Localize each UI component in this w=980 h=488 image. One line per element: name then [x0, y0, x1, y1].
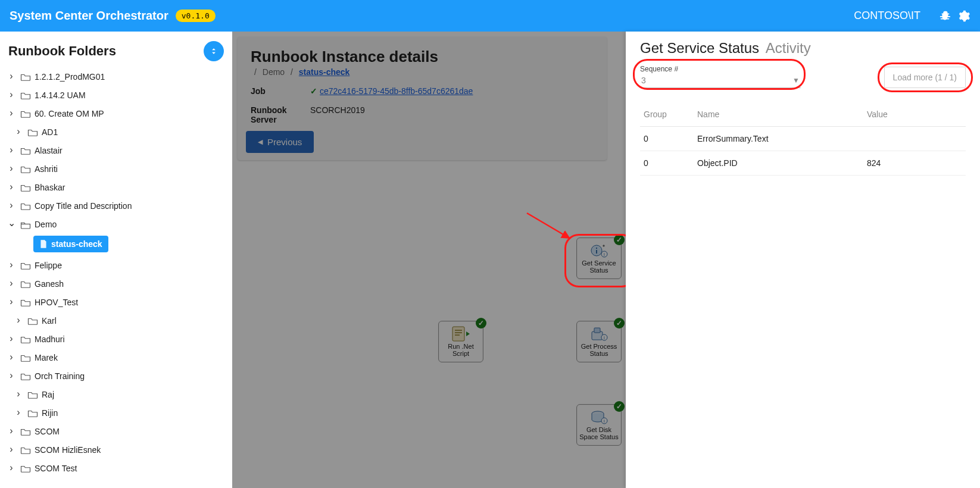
node-run-script[interactable]: Run .Net Script ✓	[438, 321, 483, 362]
node-label: Get Disk Space Status	[578, 427, 620, 440]
folder-label: Demo	[35, 218, 57, 230]
caret-icon	[7, 181, 15, 193]
folder-icon	[20, 335, 31, 343]
col-group: Group	[644, 110, 697, 119]
folder-icon	[20, 354, 31, 362]
folder-row[interactable]: Demo	[0, 215, 232, 233]
annotation-arrow	[524, 210, 578, 246]
svg-text:i: i	[604, 335, 605, 340]
main-area: Runbook Instance details / Demo / status…	[232, 32, 980, 488]
folder-icon	[20, 91, 31, 99]
folder-row[interactable]: SCOM	[0, 422, 232, 440]
node-label: Run .Net Script	[440, 343, 482, 357]
sequence-selector[interactable]: Sequence # 3 ▼	[640, 65, 801, 88]
caret-icon	[7, 107, 15, 120]
cell-group: 0	[644, 134, 697, 143]
collapse-sidebar-button[interactable]	[204, 41, 224, 61]
caret-icon	[14, 314, 23, 327]
app-title: System Center Orchestrator	[10, 9, 168, 23]
caret-icon	[7, 443, 15, 456]
folder-icon	[27, 128, 38, 136]
file-icon	[39, 239, 48, 249]
caret-icon	[14, 388, 23, 401]
node-get-service-status[interactable]: i Get Service Status ✓	[576, 237, 622, 279]
node-get-process-status[interactable]: i Get Process Status ✓	[576, 321, 622, 362]
folder-label: Felippe	[35, 259, 62, 271]
caret-icon	[14, 126, 23, 138]
table-header: Group Name Value	[640, 102, 966, 127]
folder-row[interactable]: 60. Create OM MP	[0, 104, 232, 123]
folder-label: Copy Title and Description	[35, 200, 132, 212]
folder-row[interactable]: Ganesh	[0, 274, 232, 293]
folder-row[interactable]: Raj	[0, 385, 232, 403]
folder-row[interactable]: HPOV_Test	[0, 293, 232, 311]
cell-name: ErrorSummary.Text	[697, 134, 867, 143]
folder-label: Ganesh	[35, 278, 64, 290]
caret-icon	[7, 277, 15, 290]
status-success-icon: ✓	[614, 318, 625, 329]
folder-row[interactable]: Rijin	[0, 403, 232, 422]
caret-icon	[7, 333, 15, 345]
gear-icon[interactable]	[957, 10, 970, 23]
folder-row[interactable]: Bhaskar	[0, 178, 232, 196]
process-icon: i	[589, 326, 609, 342]
cell-value	[867, 134, 962, 143]
folder-row[interactable]: Alastair	[0, 141, 232, 159]
folder-row[interactable]: Ashriti	[0, 159, 232, 178]
bug-icon[interactable]	[938, 10, 951, 23]
caret-icon	[14, 406, 23, 419]
folder-label: Karl	[42, 315, 57, 327]
folder-icon	[20, 298, 31, 306]
folder-row[interactable]: AD1	[0, 123, 232, 141]
folder-icon	[20, 464, 31, 473]
caret-icon	[7, 218, 15, 230]
chevron-down-icon: ▼	[792, 76, 800, 85]
folder-label: Alastair	[35, 145, 63, 157]
folder-icon	[20, 427, 31, 436]
folder-icon	[20, 280, 31, 288]
version-badge: v0.1.0	[176, 10, 216, 22]
svg-rect-0	[452, 327, 464, 341]
runbook-file-selected[interactable]: status-check	[33, 236, 108, 252]
folder-icon	[27, 409, 38, 417]
gear-info-icon: i	[589, 242, 609, 259]
folder-label: SCOM HizliEsnek	[35, 444, 101, 456]
sidebar: Runbook Folders 1.2.1.2_ProdMG011.4.14.2…	[0, 32, 232, 488]
folder-icon	[20, 73, 31, 81]
folder-icon	[20, 220, 31, 229]
folder-icon	[20, 202, 31, 210]
cell-value: 824	[867, 158, 962, 168]
folder-icon	[20, 110, 31, 118]
diagram-connectors	[232, 32, 411, 121]
folder-row[interactable]: 1.4.14.2 UAM	[0, 86, 232, 104]
folder-row[interactable]: Felippe	[0, 256, 232, 274]
node-label: Get Service Status	[578, 260, 620, 274]
sequence-label: Sequence #	[640, 65, 801, 73]
folder-row[interactable]: Orch Training	[0, 367, 232, 385]
folder-row[interactable]: Marek	[0, 348, 232, 367]
folder-label: SCOM Test	[35, 462, 77, 474]
folder-tree[interactable]: 1.2.1.2_ProdMG011.4.14.2 UAM60. Create O…	[0, 67, 232, 488]
table-row[interactable]: 0Object.PID824	[640, 151, 966, 176]
folder-icon	[20, 372, 31, 380]
node-label: Get Process Status	[578, 343, 620, 357]
current-user: CONTOSO\IT	[854, 10, 920, 22]
previous-button[interactable]: Previous	[246, 131, 314, 153]
caret-icon	[7, 370, 15, 382]
folder-label: 60. Create OM MP	[35, 108, 104, 120]
cell-group: 0	[644, 158, 697, 168]
node-get-disk-space[interactable]: i Get Disk Space Status ✓	[576, 404, 622, 446]
folder-row[interactable]: Copy Title and Description	[0, 196, 232, 215]
folder-row[interactable]: SCOM HizliEsnek	[0, 440, 232, 459]
disk-icon: i	[589, 409, 609, 426]
load-more-button[interactable]: Load more (1 / 1)	[884, 67, 966, 88]
table-row[interactable]: 0ErrorSummary.Text	[640, 127, 966, 151]
caret-icon	[7, 162, 15, 175]
folder-row[interactable]: Karl	[0, 311, 232, 330]
folder-label: 1.4.14.2 UAM	[35, 89, 86, 101]
folder-row[interactable]: Madhuri	[0, 330, 232, 348]
cell-name: Object.PID	[697, 158, 867, 168]
caret-icon	[7, 144, 15, 157]
folder-row[interactable]: 1.2.1.2_ProdMG01	[0, 67, 232, 86]
folder-row[interactable]: SCOM Test	[0, 459, 232, 477]
